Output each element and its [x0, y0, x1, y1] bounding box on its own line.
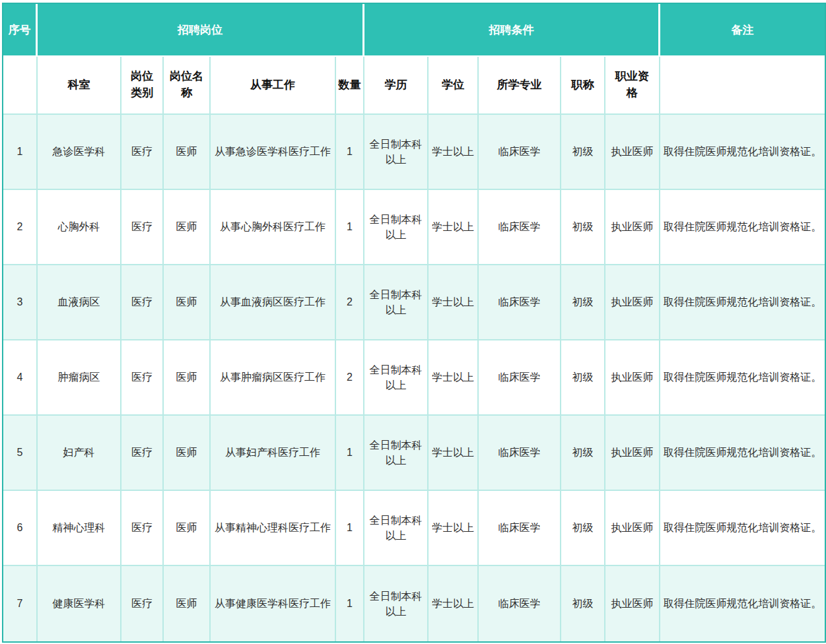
cell-department: 血液病区 — [38, 265, 121, 340]
cell-remark: 取得住院医师规范化培训资格证。 — [660, 115, 825, 190]
cell-degree: 学士以上 — [429, 566, 479, 641]
cell-qualification: 执业医师 — [605, 115, 660, 190]
cell-education: 全日制本科以上 — [364, 340, 429, 416]
cell-position-category: 医疗 — [121, 190, 164, 265]
cell-position-name: 医师 — [164, 416, 211, 491]
header-group-conditions: 招聘条件 — [364, 4, 660, 57]
table-row: 5妇产科医疗医师从事妇产科医疗工作1全日制本科以上学士以上临床医学初级执业医师取… — [3, 416, 825, 491]
table-row: 3血液病区医疗医师从事血液病区医疗工作2全日制本科以上学士以上临床医学初级执业医… — [3, 265, 825, 340]
table-row: 4肿瘤病区医疗医师从事肿瘤病区医疗工作2全日制本科以上学士以上临床医学初级执业医… — [3, 340, 825, 416]
cell-position-name: 医师 — [164, 190, 211, 265]
cell-job-duty: 从事妇产科医疗工作 — [211, 416, 336, 491]
subheader-position-category: 岗位类别 — [121, 57, 164, 115]
cell-job-duty: 从事精神心理科医疗工作 — [211, 491, 336, 566]
cell-qualification: 执业医师 — [605, 491, 660, 566]
cell-remark: 取得住院医师规范化培训资格证。 — [660, 491, 825, 566]
cell-title: 初级 — [561, 416, 605, 491]
table-body: 1急诊医学科医疗医师从事急诊医学科医疗工作1全日制本科以上学士以上临床医学初级执… — [3, 115, 825, 641]
cell-index: 5 — [3, 416, 38, 491]
cell-degree: 学士以上 — [429, 491, 479, 566]
cell-quantity: 2 — [336, 340, 364, 416]
cell-position-name: 医师 — [164, 491, 211, 566]
cell-position-name: 医师 — [164, 115, 211, 190]
subheader-major: 所学专业 — [479, 57, 561, 115]
cell-index: 3 — [3, 265, 38, 340]
subheader-title: 职称 — [561, 57, 605, 115]
cell-education: 全日制本科以上 — [364, 416, 429, 491]
cell-title: 初级 — [561, 566, 605, 641]
page: 序号 招聘岗位 招聘条件 备注 科室 岗位类别 岗位名称 从事工作 数量 学历 … — [0, 0, 826, 644]
cell-qualification: 执业医师 — [605, 265, 660, 340]
cell-remark: 取得住院医师规范化培训资格证。 — [660, 190, 825, 265]
cell-major: 临床医学 — [479, 265, 561, 340]
cell-title: 初级 — [561, 491, 605, 566]
cell-position-category: 医疗 — [121, 416, 164, 491]
cell-degree: 学士以上 — [429, 416, 479, 491]
cell-major: 临床医学 — [479, 190, 561, 265]
cell-qualification: 执业医师 — [605, 416, 660, 491]
cell-major: 临床医学 — [479, 491, 561, 566]
cell-education: 全日制本科以上 — [364, 491, 429, 566]
cell-education: 全日制本科以上 — [364, 115, 429, 190]
cell-quantity: 2 — [336, 265, 364, 340]
table-row: 2心胸外科医疗医师从事心胸外科医疗工作1全日制本科以上学士以上临床医学初级执业医… — [3, 190, 825, 265]
subheader-position-name: 岗位名称 — [164, 57, 211, 115]
cell-qualification: 执业医师 — [605, 190, 660, 265]
cell-quantity: 1 — [336, 491, 364, 566]
cell-department: 妇产科 — [38, 416, 121, 491]
cell-department: 急诊医学科 — [38, 115, 121, 190]
cell-education: 全日制本科以上 — [364, 265, 429, 340]
cell-degree: 学士以上 — [429, 115, 479, 190]
cell-major: 临床医学 — [479, 416, 561, 491]
cell-position-category: 医疗 — [121, 340, 164, 416]
subheader-degree: 学位 — [429, 57, 479, 115]
table-row: 6精神心理科医疗医师从事精神心理科医疗工作1全日制本科以上学士以上临床医学初级执… — [3, 491, 825, 566]
subheader-quantity: 数量 — [336, 57, 364, 115]
cell-title: 初级 — [561, 115, 605, 190]
cell-qualification: 执业医师 — [605, 566, 660, 641]
cell-title: 初级 — [561, 265, 605, 340]
cell-index: 7 — [3, 566, 38, 641]
cell-job-duty: 从事急诊医学科医疗工作 — [211, 115, 336, 190]
cell-department: 肿瘤病区 — [38, 340, 121, 416]
cell-remark: 取得住院医师规范化培训资格证。 — [660, 416, 825, 491]
cell-qualification: 执业医师 — [605, 340, 660, 416]
cell-job-duty: 从事血液病区医疗工作 — [211, 265, 336, 340]
cell-position-category: 医疗 — [121, 491, 164, 566]
cell-position-name: 医师 — [164, 265, 211, 340]
sub-header-row: 科室 岗位类别 岗位名称 从事工作 数量 学历 学位 所学专业 职称 职业资格 — [3, 57, 825, 115]
cell-major: 临床医学 — [479, 566, 561, 641]
table-row: 7健康医学科医疗医师从事健康医学科医疗工作1全日制本科以上学士以上临床医学初级执… — [3, 566, 825, 641]
cell-major: 临床医学 — [479, 115, 561, 190]
cell-title: 初级 — [561, 190, 605, 265]
header-group-index: 序号 — [3, 4, 38, 57]
cell-quantity: 1 — [336, 416, 364, 491]
subheader-remarks-spacer — [660, 57, 825, 115]
cell-title: 初级 — [561, 340, 605, 416]
cell-department: 健康医学科 — [38, 566, 121, 641]
cell-education: 全日制本科以上 — [364, 566, 429, 641]
subheader-job-duty: 从事工作 — [211, 57, 336, 115]
cell-index: 1 — [3, 115, 38, 190]
cell-remark: 取得住院医师规范化培训资格证。 — [660, 340, 825, 416]
cell-quantity: 1 — [336, 190, 364, 265]
cell-position-category: 医疗 — [121, 265, 164, 340]
cell-education: 全日制本科以上 — [364, 190, 429, 265]
cell-degree: 学士以上 — [429, 265, 479, 340]
cell-job-duty: 从事健康医学科医疗工作 — [211, 566, 336, 641]
table-row: 1急诊医学科医疗医师从事急诊医学科医疗工作1全日制本科以上学士以上临床医学初级执… — [3, 115, 825, 190]
cell-position-name: 医师 — [164, 340, 211, 416]
cell-degree: 学士以上 — [429, 340, 479, 416]
header-group-positions: 招聘岗位 — [38, 4, 364, 57]
subheader-index-spacer — [3, 57, 38, 115]
cell-index: 6 — [3, 491, 38, 566]
cell-position-category: 医疗 — [121, 115, 164, 190]
cell-job-duty: 从事心胸外科医疗工作 — [211, 190, 336, 265]
cell-department: 精神心理科 — [38, 491, 121, 566]
subheader-department: 科室 — [38, 57, 121, 115]
cell-position-category: 医疗 — [121, 566, 164, 641]
header-group-remarks: 备注 — [660, 4, 825, 57]
header-group-row: 序号 招聘岗位 招聘条件 备注 — [3, 4, 825, 57]
cell-degree: 学士以上 — [429, 190, 479, 265]
cell-index: 2 — [3, 190, 38, 265]
